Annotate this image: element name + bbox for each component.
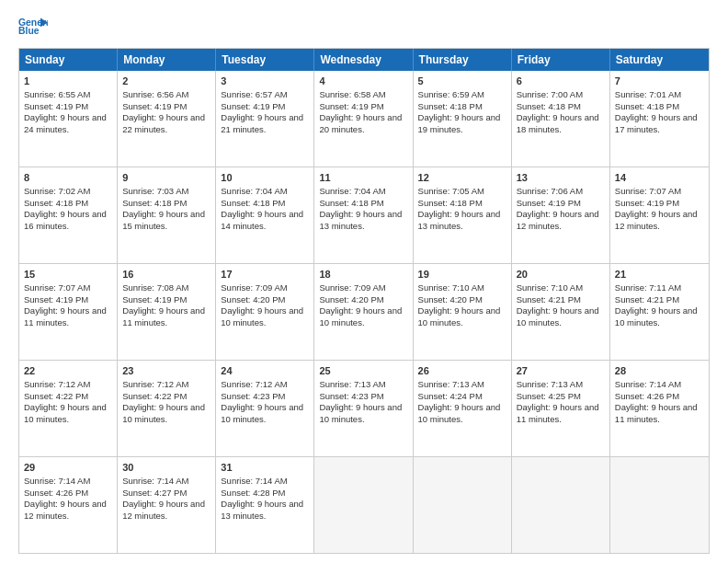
daylight: Daylight: 9 hours and 17 minutes.: [615, 112, 698, 134]
daylight: Daylight: 9 hours and 10 minutes.: [24, 402, 107, 424]
sunset: Sunset: 4:25 PM: [517, 391, 581, 401]
day-number: 5: [418, 75, 506, 88]
header-day-friday: Friday: [512, 49, 610, 71]
daylight: Daylight: 9 hours and 12 minutes.: [517, 209, 599, 231]
day-number: 26: [418, 364, 506, 378]
day-number: 3: [221, 75, 309, 88]
daylight: Daylight: 9 hours and 10 minutes.: [319, 305, 402, 327]
sunrise: Sunrise: 7:14 AM: [24, 476, 90, 486]
daylight: Daylight: 9 hours and 11 minutes.: [122, 305, 205, 327]
calendar-day-13: 13Sunrise: 7:06 AMSunset: 4:19 PMDayligh…: [512, 167, 610, 263]
day-number: 12: [418, 171, 506, 185]
calendar-day-9: 9Sunrise: 7:03 AMSunset: 4:18 PMDaylight…: [118, 167, 216, 263]
sunset: Sunset: 4:19 PM: [122, 294, 187, 304]
sunrise: Sunrise: 7:00 AM: [517, 89, 583, 99]
sunrise: Sunrise: 7:01 AM: [615, 89, 681, 99]
daylight: Daylight: 9 hours and 10 minutes.: [122, 402, 205, 424]
sunrise: Sunrise: 7:06 AM: [517, 186, 583, 196]
daylight: Daylight: 9 hours and 11 minutes.: [517, 402, 599, 424]
day-number: 10: [221, 171, 309, 185]
sunset: Sunset: 4:22 PM: [24, 391, 88, 401]
daylight: Daylight: 9 hours and 13 minutes.: [319, 209, 402, 231]
sunset: Sunset: 4:18 PM: [24, 198, 88, 208]
sunset: Sunset: 4:19 PM: [517, 198, 581, 208]
daylight: Daylight: 9 hours and 10 minutes.: [615, 305, 698, 327]
sunset: Sunset: 4:26 PM: [615, 391, 679, 401]
daylight: Daylight: 9 hours and 24 minutes.: [24, 112, 107, 134]
daylight: Daylight: 9 hours and 11 minutes.: [615, 402, 698, 424]
day-number: 7: [615, 75, 704, 88]
calendar-day-12: 12Sunrise: 7:05 AMSunset: 4:18 PMDayligh…: [414, 167, 512, 263]
calendar-day-30: 30Sunrise: 7:14 AMSunset: 4:27 PMDayligh…: [118, 457, 216, 553]
calendar-day-8: 8Sunrise: 7:02 AMSunset: 4:18 PMDaylight…: [19, 167, 118, 263]
sunrise: Sunrise: 7:10 AM: [517, 282, 583, 293]
logo: General Blue: [18, 15, 48, 40]
daylight: Daylight: 9 hours and 10 minutes.: [418, 402, 501, 424]
sunset: Sunset: 4:18 PM: [122, 198, 187, 208]
sunrise: Sunrise: 7:02 AM: [24, 186, 90, 196]
calendar-row-2: 15Sunrise: 7:07 AMSunset: 4:19 PMDayligh…: [19, 263, 709, 360]
sunset: Sunset: 4:21 PM: [517, 294, 581, 304]
day-number: 20: [517, 268, 605, 282]
sunset: Sunset: 4:19 PM: [122, 101, 187, 111]
header-day-sunday: Sunday: [19, 49, 118, 71]
sunrise: Sunrise: 6:57 AM: [221, 89, 287, 99]
day-number: 28: [615, 364, 704, 378]
daylight: Daylight: 9 hours and 21 minutes.: [221, 112, 303, 134]
calendar-row-1: 8Sunrise: 7:02 AMSunset: 4:18 PMDaylight…: [19, 167, 709, 263]
calendar-row-0: 1Sunrise: 6:55 AMSunset: 4:19 PMDaylight…: [19, 71, 709, 167]
sunrise: Sunrise: 7:12 AM: [122, 379, 188, 389]
daylight: Daylight: 9 hours and 18 minutes.: [517, 112, 599, 134]
daylight: Daylight: 9 hours and 10 minutes.: [221, 305, 303, 327]
sunset: Sunset: 4:19 PM: [24, 101, 88, 111]
day-number: 15: [24, 268, 112, 282]
calendar-row-4: 29Sunrise: 7:14 AMSunset: 4:26 PMDayligh…: [19, 456, 709, 553]
header: General Blue: [18, 15, 710, 40]
day-number: 4: [319, 75, 407, 88]
calendar-day-17: 17Sunrise: 7:09 AMSunset: 4:20 PMDayligh…: [216, 264, 314, 360]
calendar-empty: [414, 457, 512, 553]
day-number: 9: [122, 171, 210, 185]
sunrise: Sunrise: 6:56 AM: [122, 89, 188, 99]
calendar-day-18: 18Sunrise: 7:09 AMSunset: 4:20 PMDayligh…: [314, 264, 413, 360]
day-number: 29: [24, 461, 112, 475]
header-day-thursday: Thursday: [414, 49, 512, 71]
daylight: Daylight: 9 hours and 22 minutes.: [122, 112, 205, 134]
calendar-day-27: 27Sunrise: 7:13 AMSunset: 4:25 PMDayligh…: [512, 361, 610, 456]
calendar-day-29: 29Sunrise: 7:14 AMSunset: 4:26 PMDayligh…: [19, 457, 118, 553]
calendar-day-28: 28Sunrise: 7:14 AMSunset: 4:26 PMDayligh…: [610, 361, 709, 456]
calendar-day-15: 15Sunrise: 7:07 AMSunset: 4:19 PMDayligh…: [19, 264, 118, 360]
calendar-day-11: 11Sunrise: 7:04 AMSunset: 4:18 PMDayligh…: [314, 167, 413, 263]
day-number: 6: [517, 75, 605, 88]
sunrise: Sunrise: 7:11 AM: [615, 282, 681, 293]
calendar-day-2: 2Sunrise: 6:56 AMSunset: 4:19 PMDaylight…: [118, 71, 216, 167]
day-number: 17: [221, 268, 309, 282]
sunrise: Sunrise: 7:12 AM: [221, 379, 287, 389]
day-number: 30: [122, 461, 210, 475]
calendar-day-7: 7Sunrise: 7:01 AMSunset: 4:18 PMDaylight…: [610, 71, 709, 167]
calendar-day-26: 26Sunrise: 7:13 AMSunset: 4:24 PMDayligh…: [414, 361, 512, 456]
calendar-day-3: 3Sunrise: 6:57 AMSunset: 4:19 PMDaylight…: [216, 71, 314, 167]
calendar-day-5: 5Sunrise: 6:59 AMSunset: 4:18 PMDaylight…: [414, 71, 512, 167]
sunrise: Sunrise: 7:10 AM: [418, 282, 484, 293]
calendar-row-3: 22Sunrise: 7:12 AMSunset: 4:22 PMDayligh…: [19, 360, 709, 456]
sunrise: Sunrise: 6:55 AM: [24, 89, 90, 99]
sunrise: Sunrise: 7:09 AM: [221, 282, 287, 293]
calendar-header: SundayMondayTuesdayWednesdayThursdayFrid…: [19, 49, 709, 71]
daylight: Daylight: 9 hours and 14 minutes.: [221, 209, 303, 231]
sunset: Sunset: 4:26 PM: [24, 488, 88, 498]
day-number: 21: [615, 268, 704, 282]
day-number: 16: [122, 268, 210, 282]
daylight: Daylight: 9 hours and 20 minutes.: [319, 112, 402, 134]
day-number: 24: [221, 364, 309, 378]
daylight: Daylight: 9 hours and 10 minutes.: [221, 402, 303, 424]
calendar-empty: [610, 457, 709, 553]
sunset: Sunset: 4:20 PM: [319, 294, 383, 304]
daylight: Daylight: 9 hours and 11 minutes.: [24, 305, 107, 327]
calendar-day-19: 19Sunrise: 7:10 AMSunset: 4:20 PMDayligh…: [414, 264, 512, 360]
day-number: 27: [517, 364, 605, 378]
header-day-monday: Monday: [118, 49, 216, 71]
sunset: Sunset: 4:20 PM: [221, 294, 285, 304]
sunset: Sunset: 4:20 PM: [418, 294, 483, 304]
day-number: 13: [517, 171, 605, 185]
